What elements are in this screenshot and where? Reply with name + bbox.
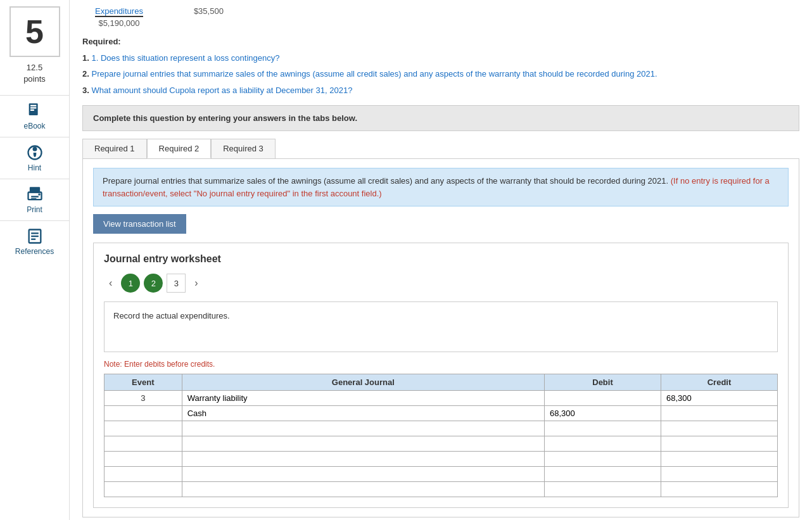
col2: $35,500 (194, 6, 224, 28)
row7-account-input[interactable] (186, 485, 540, 494)
page-1-circle[interactable]: 1 (121, 274, 140, 293)
required-item1: 1. 1. Does this situation represent a lo… (82, 52, 799, 65)
row1-debit-input[interactable] (549, 393, 657, 403)
row6-account-input[interactable] (186, 469, 540, 479)
points-label: 12.5 points (23, 62, 46, 85)
svg-rect-9 (31, 198, 36, 200)
worksheet-container: Journal entry worksheet ‹ 1 2 3 › Record… (93, 243, 789, 508)
question-number: 5 (10, 6, 60, 57)
row3-debit[interactable] (545, 421, 661, 436)
row6-credit[interactable] (661, 467, 777, 482)
row1-debit[interactable] (545, 391, 661, 406)
row2-credit-input[interactable] (665, 409, 773, 418)
view-transaction-button[interactable]: View transaction list (93, 214, 186, 234)
header-table: Expenditures $5,190,000 $35,500 (95, 6, 799, 28)
required-section: Required: 1. 1. Does this situation repr… (82, 35, 799, 96)
tab-required2[interactable]: Required 2 (147, 139, 212, 158)
row4-credit[interactable] (661, 436, 777, 452)
svg-rect-2 (30, 108, 36, 109)
ebook-icon (26, 102, 44, 120)
next-page-arrow[interactable]: › (189, 275, 203, 291)
row3-event (105, 421, 182, 436)
record-instruction-text: Record the actual expenditures. (113, 311, 230, 320)
table-row: 3 (105, 391, 778, 406)
worksheet-title: Journal entry worksheet (104, 253, 778, 265)
row4-debit-input[interactable] (549, 439, 657, 448)
row6-account[interactable] (182, 467, 544, 482)
row2-account-input[interactable] (186, 409, 540, 418)
references-icon (26, 227, 44, 245)
row2-account[interactable] (182, 406, 544, 421)
row3-account[interactable] (182, 421, 544, 436)
row4-credit-input[interactable] (665, 439, 773, 448)
row3-debit-input[interactable] (549, 424, 657, 433)
row7-credit-input[interactable] (665, 485, 773, 494)
row3-account-input[interactable] (186, 424, 540, 433)
row6-debit[interactable] (545, 467, 661, 482)
row4-debit[interactable] (545, 436, 661, 452)
row4-account[interactable] (182, 436, 544, 452)
svg-rect-14 (31, 239, 35, 240)
svg-rect-8 (31, 196, 39, 198)
note-text: Note: Enter debits before credits. (104, 360, 778, 369)
row7-account[interactable] (182, 482, 544, 497)
row1-event: 3 (105, 391, 182, 406)
table-row (105, 421, 778, 436)
col1-value: $5,190,000 (95, 16, 143, 28)
tabs-container: Required 1 Required 2 Required 3 (82, 139, 799, 158)
sidebar-item-references[interactable]: References (0, 220, 69, 262)
sidebar-item-hint[interactable]: Hint (0, 137, 69, 179)
row3-credit[interactable] (661, 421, 777, 436)
row1-account[interactable] (182, 391, 544, 406)
row7-debit[interactable] (545, 482, 661, 497)
ebook-label: eBook (23, 122, 45, 130)
row5-debit-input[interactable] (549, 454, 657, 464)
row1-credit[interactable] (661, 391, 777, 406)
row7-credit[interactable] (661, 482, 777, 497)
row2-credit[interactable] (661, 406, 777, 421)
table-row (105, 436, 778, 452)
print-icon (26, 186, 44, 203)
row5-debit[interactable] (545, 452, 661, 467)
row6-credit-input[interactable] (665, 469, 773, 479)
svg-rect-3 (30, 110, 34, 111)
svg-rect-1 (30, 105, 36, 106)
row3-credit-input[interactable] (665, 424, 773, 433)
row2-debit-input[interactable] (549, 409, 657, 418)
svg-point-5 (32, 147, 37, 151)
table-row (105, 406, 778, 421)
prev-page-arrow[interactable]: ‹ (104, 275, 117, 291)
row4-account-input[interactable] (186, 439, 540, 448)
tab-required3[interactable]: Required 3 (211, 139, 276, 158)
main-content: Expenditures $5,190,000 $35,500 Required… (70, 0, 812, 520)
row5-account[interactable] (182, 452, 544, 467)
col2-value: $35,500 (194, 6, 224, 16)
table-row (105, 452, 778, 467)
row5-event (105, 452, 182, 467)
table-row (105, 467, 778, 482)
required-item2: 2. Prepare journal entries that summariz… (82, 68, 799, 80)
pagination: ‹ 1 2 3 › (104, 274, 778, 293)
sidebar-item-print[interactable]: Print (0, 179, 69, 220)
page-3-box[interactable]: 3 (167, 274, 186, 293)
tab-required1[interactable]: Required 1 (82, 139, 147, 158)
row1-account-input[interactable] (186, 393, 540, 403)
col-header-debit: Debit (545, 374, 661, 391)
col-header-event: Event (105, 374, 182, 391)
references-label: References (15, 247, 54, 256)
sidebar-item-ebook[interactable]: eBook (0, 95, 69, 137)
row4-event (105, 436, 182, 452)
row6-debit-input[interactable] (549, 469, 657, 479)
row7-debit-input[interactable] (549, 485, 657, 494)
svg-point-10 (38, 194, 41, 196)
row1-credit-input[interactable] (665, 393, 773, 403)
row5-credit[interactable] (661, 452, 777, 467)
required-item3: 3. What amount should Cupola report as a… (82, 84, 799, 97)
row5-credit-input[interactable] (665, 454, 773, 464)
page-2-circle[interactable]: 2 (144, 274, 163, 293)
row6-event (105, 467, 182, 482)
row2-debit[interactable] (545, 406, 661, 421)
row5-account-input[interactable] (186, 454, 540, 464)
info-main-text: Prepare journal entries that summarize s… (103, 176, 668, 186)
info-box: Prepare journal entries that summarize s… (93, 168, 789, 206)
